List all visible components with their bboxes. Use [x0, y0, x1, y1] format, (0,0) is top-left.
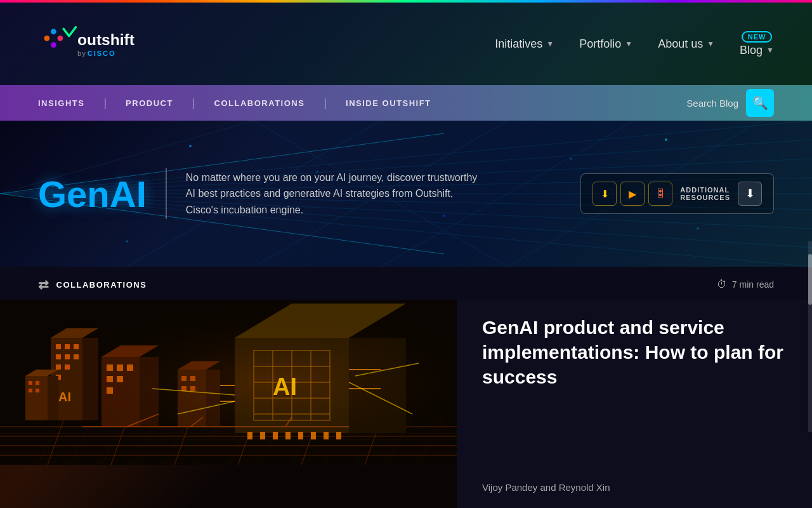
read-time: ⏱ 7 min read	[717, 279, 774, 290]
svg-point-30	[665, 138, 667, 141]
article-image: AI	[0, 300, 457, 508]
filter-items: INSIGHTS | PRODUCT | COLLABORATIONS | IN…	[38, 97, 686, 110]
download-arrow-icon: ⬇	[745, 187, 755, 201]
svg-point-27	[570, 158, 572, 160]
article-meta: ⇄ COLLABORATIONS ⏱ 7 min read	[0, 267, 812, 300]
svg-text:by: by	[77, 50, 86, 57]
svg-text:CISCO: CISCO	[88, 50, 116, 57]
equalizer-icon: 🎛	[655, 188, 665, 199]
svg-rect-126	[0, 300, 457, 465]
read-time-label: 7 min read	[732, 279, 774, 290]
resource-text: ADDITIONAL RESOURCES	[680, 186, 730, 201]
filter-product[interactable]: PRODUCT	[107, 98, 192, 108]
search-button[interactable]: 🔍	[746, 89, 774, 117]
filter-bar: INSIGHTS | PRODUCT | COLLABORATIONS | IN…	[0, 85, 812, 121]
svg-point-28	[697, 227, 699, 230]
chevron-down-icon: ▼	[766, 46, 774, 55]
svg-point-1	[44, 36, 50, 41]
clock-icon: ⏱	[717, 279, 727, 290]
nav-link-blog: Blog ▼	[740, 44, 774, 57]
chevron-down-icon: ▼	[707, 39, 714, 48]
svg-point-24	[189, 145, 192, 147]
nav-item-initiatives[interactable]: Initiatives ▼	[495, 37, 554, 51]
logo-area: outshift by CISCO	[38, 22, 152, 66]
ai-city-illustration: AI	[0, 300, 457, 465]
search-area: Search Blog 🔍	[686, 89, 774, 117]
resource-label-resources: RESOURCES	[680, 194, 730, 201]
svg-point-29	[126, 241, 128, 243]
resource-icon-download: ⬇	[593, 182, 617, 206]
nav-label-initiatives: Initiatives	[495, 37, 542, 51]
article-category: ⇄ COLLABORATIONS	[38, 277, 147, 292]
download-icon: ⬇	[601, 188, 609, 200]
article-body: AI	[0, 300, 812, 508]
main-nav: Initiatives ▼ Portfolio ▼ About us ▼ NEW…	[495, 31, 774, 57]
nav-item-portfolio[interactable]: Portfolio ▼	[579, 37, 632, 51]
nav-item-blog[interactable]: NEW Blog ▼	[740, 31, 774, 57]
nav-label-blog: Blog	[740, 44, 763, 57]
chevron-down-icon: ▼	[625, 39, 632, 48]
video-icon: ▶	[629, 188, 636, 200]
header: outshift by CISCO Initiatives ▼ Portfoli…	[0, 3, 812, 85]
svg-point-3	[51, 42, 56, 48]
article-text: GenAI product and service implementation…	[457, 300, 812, 508]
hero-divider	[166, 168, 167, 219]
new-badge: NEW	[742, 31, 773, 43]
category-label: COLLABORATIONS	[56, 280, 147, 290]
svg-point-0	[51, 29, 56, 34]
resource-label-additional: ADDITIONAL	[680, 186, 730, 194]
additional-resources[interactable]: ⬇ ▶ 🎛 ADDITIONAL RESOURCES ⬇	[580, 173, 774, 214]
collaborations-icon: ⇄	[38, 277, 50, 292]
nav-label-about-us: About us	[658, 37, 703, 51]
filter-insights[interactable]: INSIGHTS	[38, 98, 103, 108]
resource-download-button[interactable]: ⬇	[738, 182, 762, 206]
nav-item-about-us[interactable]: About us ▼	[658, 37, 714, 51]
chevron-down-icon: ▼	[546, 39, 554, 48]
article-title: GenAI product and service implementation…	[482, 315, 787, 389]
resource-icon-video: ▶	[620, 182, 645, 206]
resource-icon-settings: 🎛	[648, 182, 672, 206]
outshift-logo[interactable]: outshift by CISCO	[38, 22, 152, 66]
hero-description: No matter where you are on your AI journ…	[186, 170, 478, 218]
article-author: Vijoy Pandey and Reynold Xin	[482, 482, 787, 493]
svg-text:outshift: outshift	[77, 31, 134, 48]
filter-collaborations[interactable]: COLLABORATIONS	[195, 98, 324, 108]
resource-icons: ⬇ ▶ 🎛	[593, 182, 672, 206]
filter-inside-outshift[interactable]: INSIDE OUTSHIFT	[327, 98, 450, 108]
content-section: ⇄ COLLABORATIONS ⏱ 7 min read	[0, 267, 812, 508]
svg-point-2	[58, 36, 63, 41]
search-label: Search Blog	[686, 98, 738, 109]
search-icon: 🔍	[752, 95, 768, 110]
genai-title: GenAI	[38, 173, 147, 215]
scroll-thumb[interactable]	[808, 254, 812, 305]
scrollbar[interactable]	[808, 241, 812, 432]
hero-section: GenAI No matter where you are on your AI…	[0, 121, 812, 267]
nav-label-portfolio: Portfolio	[579, 37, 621, 51]
